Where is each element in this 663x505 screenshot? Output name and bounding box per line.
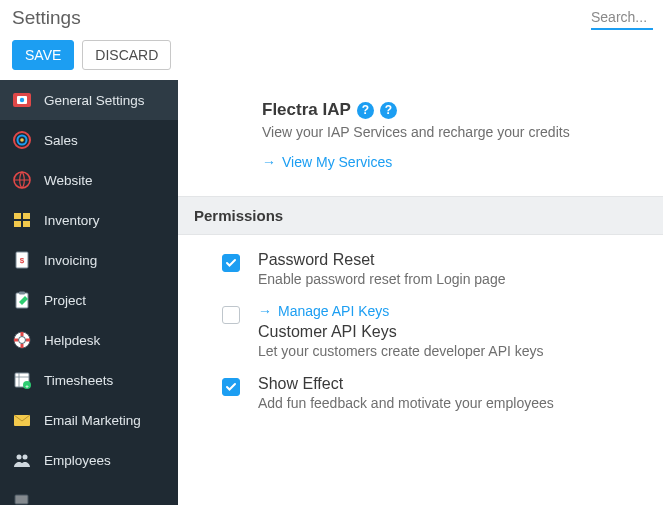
sidebar-item-website[interactable]: Website bbox=[0, 160, 178, 200]
checkbox-show-effect[interactable] bbox=[222, 378, 240, 396]
svg-point-5 bbox=[20, 138, 24, 142]
sidebar-item-label: Timesheets bbox=[44, 373, 113, 388]
sidebar-item-label: Project bbox=[44, 293, 86, 308]
checkbox-customer-api-keys[interactable] bbox=[222, 306, 240, 324]
option-subtitle: Add fun feedback and motivate your emplo… bbox=[258, 395, 554, 411]
sidebar-item-more[interactable] bbox=[0, 480, 178, 505]
content-area: Flectra IAP ? ? View your IAP Services a… bbox=[178, 80, 663, 505]
discard-button[interactable]: DISCARD bbox=[82, 40, 171, 70]
manage-api-keys-link[interactable]: → Manage API Keys bbox=[258, 303, 389, 319]
option-title: Show Effect bbox=[258, 375, 554, 393]
people-icon bbox=[12, 450, 32, 470]
cart-icon bbox=[12, 490, 32, 505]
page-title: Settings bbox=[12, 7, 81, 29]
svg-rect-9 bbox=[14, 221, 21, 227]
sidebar: General Settings Sales Website Inventory… bbox=[0, 80, 178, 505]
sidebar-item-employees[interactable]: Employees bbox=[0, 440, 178, 480]
clipboard-icon bbox=[12, 290, 32, 310]
view-services-link[interactable]: → View My Services bbox=[262, 154, 392, 170]
sidebar-item-project[interactable]: Project bbox=[0, 280, 178, 320]
sidebar-item-label: Sales bbox=[44, 133, 78, 148]
svg-rect-23 bbox=[15, 495, 28, 504]
iap-title: Flectra IAP ? ? bbox=[262, 100, 643, 120]
sidebar-item-general-settings[interactable]: General Settings bbox=[0, 80, 178, 120]
help-icon[interactable]: ? bbox=[380, 102, 397, 119]
sidebar-item-email-marketing[interactable]: Email Marketing bbox=[0, 400, 178, 440]
svg-text:$: $ bbox=[20, 256, 25, 265]
svg-text:+: + bbox=[25, 383, 29, 389]
iap-subtitle: View your IAP Services and recharge your… bbox=[262, 124, 643, 140]
save-button[interactable]: SAVE bbox=[12, 40, 74, 70]
sidebar-item-label: Invoicing bbox=[44, 253, 97, 268]
sidebar-item-label: Website bbox=[44, 173, 93, 188]
section-header-permissions: Permissions bbox=[178, 196, 663, 235]
boxes-icon bbox=[12, 210, 32, 230]
option-title: Password Reset bbox=[258, 251, 505, 269]
sidebar-item-label: Inventory bbox=[44, 213, 100, 228]
arrow-right-icon: → bbox=[258, 303, 272, 319]
svg-point-16 bbox=[19, 337, 26, 344]
svg-point-22 bbox=[23, 455, 28, 460]
sidebar-item-label: General Settings bbox=[44, 93, 145, 108]
search-input[interactable] bbox=[591, 6, 653, 30]
sidebar-item-label: Helpdesk bbox=[44, 333, 100, 348]
timesheet-icon: + bbox=[12, 370, 32, 390]
sidebar-item-timesheets[interactable]: + Timesheets bbox=[0, 360, 178, 400]
globe-icon bbox=[12, 170, 32, 190]
svg-rect-10 bbox=[23, 221, 30, 227]
sidebar-item-label: Email Marketing bbox=[44, 413, 141, 428]
checkbox-password-reset[interactable] bbox=[222, 254, 240, 272]
target-icon bbox=[12, 130, 32, 150]
svg-rect-14 bbox=[19, 292, 25, 295]
invoice-icon: $ bbox=[12, 250, 32, 270]
sidebar-item-helpdesk[interactable]: Helpdesk bbox=[0, 320, 178, 360]
option-title: Customer API Keys bbox=[258, 323, 544, 341]
help-icon[interactable]: ? bbox=[357, 102, 374, 119]
sidebar-item-inventory[interactable]: Inventory bbox=[0, 200, 178, 240]
sidebar-item-invoicing[interactable]: $ Invoicing bbox=[0, 240, 178, 280]
arrow-right-icon: → bbox=[262, 154, 276, 170]
svg-point-2 bbox=[20, 98, 24, 102]
option-subtitle: Enable password reset from Login page bbox=[258, 271, 505, 287]
sidebar-item-label: Employees bbox=[44, 453, 111, 468]
option-subtitle: Let your customers create developer API … bbox=[258, 343, 544, 359]
svg-point-21 bbox=[17, 455, 22, 460]
settings-icon bbox=[12, 90, 32, 110]
svg-rect-8 bbox=[23, 213, 30, 219]
envelope-icon bbox=[12, 410, 32, 430]
svg-rect-7 bbox=[14, 213, 21, 219]
sidebar-item-sales[interactable]: Sales bbox=[0, 120, 178, 160]
lifebuoy-icon bbox=[12, 330, 32, 350]
